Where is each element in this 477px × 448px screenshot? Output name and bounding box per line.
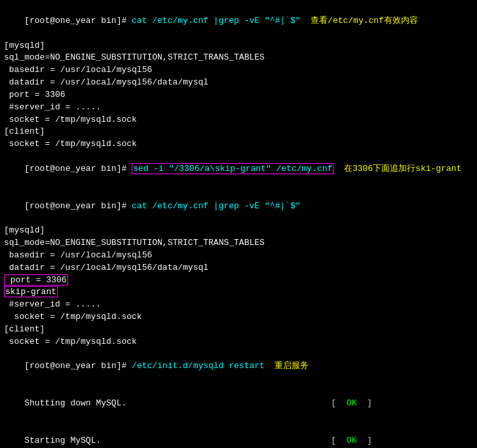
line-14: sql_mode=NO_ENGINE_SUBSTITUTION,STRICT_T…: [4, 237, 473, 250]
annotation-23: 重启服务: [265, 361, 309, 371]
line-3: sql_mode=NO_ENGINE_SUBSTITUTION,STRICT_T…: [4, 52, 473, 64]
line-17: port = 3306: [4, 274, 473, 287]
skipgrant-highlight: skip-grant: [4, 286, 58, 297]
port-highlight: port = 3306: [4, 274, 68, 286]
line-5: datadir = /usr/local/mysql56/data/mysql: [4, 77, 473, 89]
line-21: [client]: [4, 324, 473, 336]
line-25: Starting MySQL. [ OK ]: [4, 422, 473, 448]
prompt-23: [root@one_year bin]#: [24, 361, 132, 371]
line-20: socket = /tmp/mysqld.sock: [4, 311, 473, 324]
line-19: #server_id = .....: [4, 299, 473, 311]
cmd-1: cat /etc/my.cnf |grep -vE "^#|`$": [132, 16, 300, 26]
terminal-window: [root@one_year bin]# cat /etc/my.cnf |gr…: [0, 0, 477, 448]
line-16: datadir = /usr/local/mysql56/data/mysql: [4, 262, 473, 274]
line-1: [root@one_year bin]# cat /etc/my.cnf |gr…: [4, 3, 473, 40]
ok-text-2: OK: [347, 436, 357, 445]
ok-bracket-2b: ]: [356, 436, 372, 445]
line-2: [mysqld]: [4, 40, 473, 52]
line-24: Shutting down MySQL. [ OK ]: [4, 385, 473, 422]
shutting-down-text: Shutting down MySQL.: [24, 398, 331, 408]
line-18: skip-grant: [4, 286, 473, 299]
line-9: [client]: [4, 126, 473, 138]
ok-bracket-2: [: [331, 436, 346, 445]
prompt-1: [root@one_year bin]#: [24, 16, 132, 26]
line-23: [root@one_year bin]# /etc/init.d/mysqld …: [4, 348, 473, 386]
cmd-restart: /etc/init.d/mysqld restart: [132, 361, 265, 371]
line-4: basedir = /usr/local/mysql56: [4, 64, 473, 77]
line-15: basedir = /usr/local/mysql56: [4, 250, 473, 262]
annotation-1: 查看/etc/my.cnf有效内容: [301, 16, 418, 26]
ok-bracket-1b: ]: [356, 398, 372, 408]
starting-text: Starting MySQL.: [24, 436, 331, 445]
line-7: #server_id = .....: [4, 102, 473, 114]
line-12: [root@one_year bin]# cat /etc/my.cnf |gr…: [4, 188, 473, 225]
cmd-cat2: cat /etc/my.cnf |grep -vE "^#|`$": [132, 201, 300, 211]
cmd-sed: sed -i "/3306/a\skip-grant" /etc/my.cnf: [132, 163, 334, 174]
ok-text-1: OK: [347, 398, 357, 408]
annotation-11: 在3306下面追加行ski-grant: [334, 164, 461, 174]
prompt-11: [root@one_year bin]#: [24, 164, 132, 174]
line-8: socket = /tmp/mysqld.sock: [4, 114, 473, 126]
ok-bracket-1: [: [331, 398, 346, 408]
line-22: socket = /tmp/mysqld.sock: [4, 336, 473, 348]
line-13: [mysqld]: [4, 225, 473, 237]
line-6: port = 3306: [4, 89, 473, 102]
prompt-12: [root@one_year bin]#: [24, 201, 132, 211]
line-11: [root@one_year bin]# sed -i "/3306/a\ski…: [4, 151, 473, 188]
line-10: socket = /tmp/mysqld.sock: [4, 138, 473, 151]
